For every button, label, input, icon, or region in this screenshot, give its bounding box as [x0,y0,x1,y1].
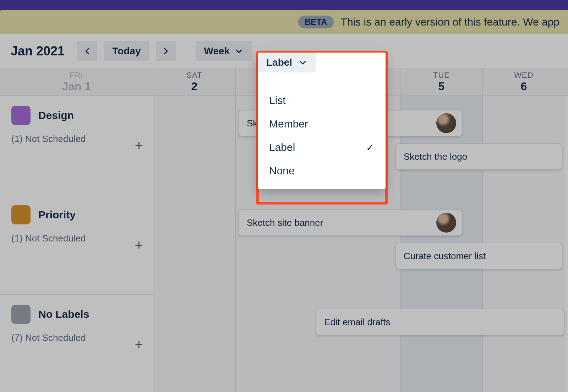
today-button[interactable]: Today [104,41,149,61]
group-design: Design (1) Not Scheduled + [0,96,153,195]
range-picker[interactable]: Week [196,41,252,61]
day-header-tue: TUE5 [400,68,483,96]
not-scheduled-count[interactable]: (1) Not Scheduled [11,233,143,244]
groupby-picker[interactable]: Label [258,53,316,72]
menu-item-member[interactable]: Member [258,112,386,136]
group-sidebar: Design (1) Not Scheduled + Priority (1) … [0,96,153,392]
next-button[interactable] [156,41,176,61]
card-curate-customer-list[interactable]: Curate customer list [395,243,562,269]
menu-item-list[interactable]: List [258,89,386,112]
groupby-dropdown: List Member Label ✓ None [258,53,386,189]
add-card-button[interactable]: + [135,138,143,154]
add-card-button[interactable]: + [135,337,143,353]
menu-item-none[interactable]: None [258,159,386,183]
month-title: Jan 2021 [11,44,65,59]
group-name: Design [38,109,74,121]
avatar [436,113,456,133]
group-name: No Labels [38,308,89,320]
card-sketch-the-logo[interactable]: Sketch the logo [395,143,562,170]
beta-banner: BETA This is an early version of this fe… [0,10,568,34]
swatch-none [11,305,31,324]
prev-button[interactable] [77,41,97,61]
card-edit-email-drafts[interactable]: Edit email drafts [316,309,564,335]
day-column-sat[interactable] [153,96,236,392]
menu-item-label[interactable]: Label ✓ [258,136,386,159]
chevron-right-icon [162,47,170,55]
banner-text: This is an early version of this feature… [341,16,559,28]
group-name: Priority [38,209,76,221]
day-header-sat: SAT2 [153,68,236,96]
add-card-button[interactable]: + [135,237,143,253]
chevron-left-icon [83,47,92,55]
card-sketch-site-banner-2[interactable]: Sketch site banner [239,209,462,236]
swatch-design [11,106,31,125]
check-icon: ✓ [366,142,374,153]
group-priority: Priority (1) Not Scheduled + [0,195,153,295]
avatar [436,213,456,233]
not-scheduled-count[interactable]: (1) Not Scheduled [11,134,143,145]
group-no-labels: No Labels (7) Not Scheduled + [0,295,153,392]
swatch-priority [11,205,31,224]
chevron-down-icon [235,47,243,55]
chevron-down-icon [299,58,307,67]
day-header-fri: FRI Jan 1 [0,68,153,96]
beta-badge: BETA [298,16,334,28]
not-scheduled-count[interactable]: (7) Not Scheduled [11,332,143,343]
day-header-wed: WED6 [483,68,565,96]
